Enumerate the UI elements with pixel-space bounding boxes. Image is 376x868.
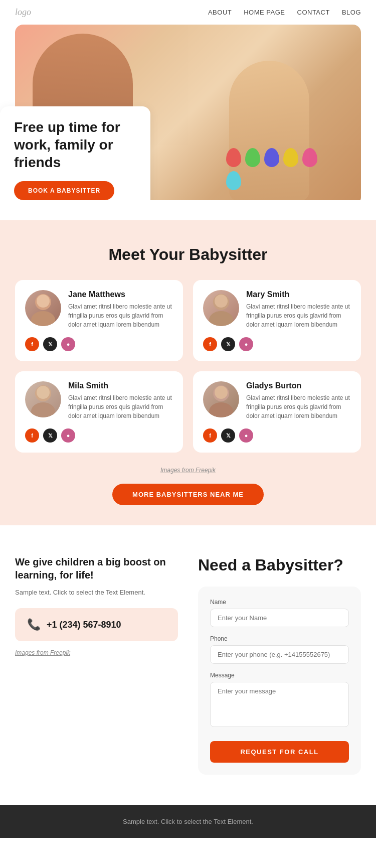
babysitter-top-3: Gladys Burton Glavi amet ritnsl libero m… — [203, 381, 351, 420]
social-icons-0: f 𝕏 ● — [25, 337, 173, 351]
freepik-note-meet: Images from Freepik — [15, 467, 361, 474]
contact-right: Need a Babysitter? Name Phone Message RE… — [198, 555, 361, 775]
instagram-icon-3[interactable]: ● — [239, 428, 253, 443]
avatar-image-0 — [25, 290, 61, 326]
babysitter-name-3: Gladys Burton — [246, 381, 351, 390]
contact-left-title: We give children a big boost on learning… — [15, 555, 178, 582]
contact-left-text: Sample text. Click to select the Text El… — [15, 589, 178, 596]
svg-point-2 — [37, 295, 50, 308]
svg-point-7 — [31, 402, 55, 417]
babysitter-avatar-2 — [25, 381, 61, 417]
twitter-icon-2[interactable]: 𝕏 — [43, 428, 57, 443]
babysitter-card-0: Jane Matthews Glavi amet ritnsl libero m… — [15, 280, 183, 361]
babysitter-info-1: Mary Smith Glavi amet ritnsl libero mole… — [246, 290, 351, 329]
freepik-note-left: Images from Freepik — [15, 649, 178, 656]
footer-text: Sample text. Click to select the Text El… — [123, 818, 253, 825]
contact-left: We give children a big boost on learning… — [15, 555, 178, 775]
babysitter-card-2: Mila Smith Glavi amet ritnsl libero mole… — [15, 371, 183, 453]
nav-contact[interactable]: CONTACT — [297, 9, 330, 16]
hero-section: Free up time for work, family or friends… — [0, 25, 376, 200]
message-label: Message — [210, 672, 349, 679]
svg-point-4 — [209, 311, 233, 326]
more-babysitters-button[interactable]: MORE BABYSITTERS NEAR ME — [112, 484, 264, 505]
hero-title: Free up time for work, family or friends — [14, 118, 136, 171]
facebook-icon-1[interactable]: f — [203, 337, 217, 351]
babysitter-card-1: Mary Smith Glavi amet ritnsl libero mole… — [193, 280, 361, 361]
babysitter-avatar-3 — [203, 381, 239, 417]
form-title: Need a Babysitter? — [198, 555, 361, 574]
phone-icon: 📞 — [27, 618, 41, 631]
nav-blog[interactable]: BLOG — [342, 9, 361, 16]
navbar: logo ABOUT HOME PAGE CONTACT BLOG — [0, 0, 376, 25]
twitter-icon-1[interactable]: 𝕏 — [221, 337, 235, 351]
hero-overlay: Free up time for work, family or friends… — [0, 106, 150, 200]
instagram-icon-0[interactable]: ● — [61, 337, 75, 351]
babysitter-avatar-1 — [203, 290, 239, 326]
name-input[interactable] — [210, 609, 349, 627]
logo: logo — [15, 7, 31, 18]
babysitter-grid: Jane Matthews Glavi amet ritnsl libero m… — [15, 280, 361, 453]
avatar-image-1 — [203, 290, 239, 326]
name-label: Name — [210, 599, 349, 606]
svg-point-5 — [215, 295, 228, 308]
nav-about[interactable]: ABOUT — [208, 9, 232, 16]
babysitter-name-0: Jane Matthews — [68, 290, 173, 299]
meet-section: Meet Your Babysitter Jane Matthews Gla — [0, 220, 376, 525]
babysitter-desc-1: Glavi amet ritnsl libero molestie ante u… — [246, 302, 351, 329]
svg-point-8 — [37, 386, 50, 399]
twitter-icon-0[interactable]: 𝕏 — [43, 337, 57, 351]
instagram-icon-1[interactable]: ● — [239, 337, 253, 351]
babysitter-name-2: Mila Smith — [68, 381, 173, 390]
phone-label: Phone — [210, 635, 349, 642]
nav-home[interactable]: HOME PAGE — [244, 9, 285, 16]
facebook-icon-2[interactable]: f — [25, 428, 39, 443]
book-babysitter-button[interactable]: BOOK A BABYSITTER — [14, 181, 114, 200]
svg-point-1 — [31, 311, 55, 326]
babysitter-top-0: Jane Matthews Glavi amet ritnsl libero m… — [25, 290, 173, 329]
babysitter-name-1: Mary Smith — [246, 290, 351, 299]
request-call-button[interactable]: REQUEST FOR CALL — [210, 741, 349, 763]
babysitter-desc-2: Glavi amet ritnsl libero molestie ante u… — [68, 393, 173, 420]
twitter-icon-3[interactable]: 𝕏 — [221, 428, 235, 443]
babysitter-top-2: Mila Smith Glavi amet ritnsl libero mole… — [25, 381, 173, 420]
babysitter-desc-3: Glavi amet ritnsl libero molestie ante u… — [246, 393, 351, 420]
meet-section-title: Meet Your Babysitter — [15, 245, 361, 264]
nav-links: ABOUT HOME PAGE CONTACT BLOG — [208, 9, 361, 16]
phone-number: +1 (234) 567-8910 — [47, 620, 121, 630]
footer: Sample text. Click to select the Text El… — [0, 805, 376, 838]
svg-point-10 — [209, 402, 233, 417]
social-icons-3: f 𝕏 ● — [203, 428, 351, 443]
babysitter-avatar-0 — [25, 290, 61, 326]
facebook-icon-0[interactable]: f — [25, 337, 39, 351]
babysitter-desc-0: Glavi amet ritnsl libero molestie ante u… — [68, 302, 173, 329]
instagram-icon-2[interactable]: ● — [61, 428, 75, 443]
babysitter-info-0: Jane Matthews Glavi amet ritnsl libero m… — [68, 290, 173, 329]
social-icons-2: f 𝕏 ● — [25, 428, 173, 443]
avatar-image-3 — [203, 381, 239, 417]
phone-box: 📞 +1 (234) 567-8910 — [15, 608, 178, 641]
facebook-icon-3[interactable]: f — [203, 428, 217, 443]
babysitter-top-1: Mary Smith Glavi amet ritnsl libero mole… — [203, 290, 351, 329]
social-icons-1: f 𝕏 ● — [203, 337, 351, 351]
babysitter-info-3: Gladys Burton Glavi amet ritnsl libero m… — [246, 381, 351, 420]
phone-input[interactable] — [210, 645, 349, 664]
name-group: Name — [210, 599, 349, 627]
phone-group: Phone — [210, 635, 349, 664]
message-group: Message — [210, 672, 349, 729]
contact-section: We give children a big boost on learning… — [0, 525, 376, 805]
babysitter-card-3: Gladys Burton Glavi amet ritnsl libero m… — [193, 371, 361, 453]
avatar-image-2 — [25, 381, 61, 417]
svg-point-11 — [215, 386, 228, 399]
message-textarea[interactable] — [210, 682, 349, 727]
babysitter-info-2: Mila Smith Glavi amet ritnsl libero mole… — [68, 381, 173, 420]
contact-form: Name Phone Message REQUEST FOR CALL — [198, 587, 361, 775]
